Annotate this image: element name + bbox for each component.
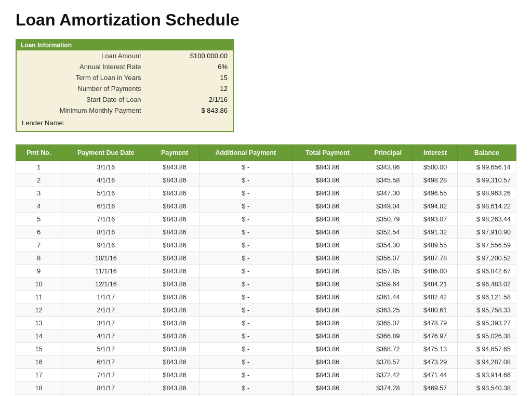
interest: $489.55: [413, 239, 458, 252]
pmt-no: 13: [16, 317, 62, 330]
info-label: Annual Interest Rate: [17, 61, 147, 72]
payment-amount: $843.86: [150, 330, 200, 343]
table-row: 133/1/17$843.86$ -$843.86$365.07$478.79$…: [16, 317, 516, 330]
column-header: Additional Payment: [199, 145, 292, 161]
total-payment: $843.86: [292, 226, 363, 239]
payment-amount: $843.86: [150, 252, 200, 265]
principal: $361.44: [363, 291, 413, 304]
payment-date: 4/1/17: [62, 330, 150, 343]
payment-date: 4/1/16: [62, 174, 150, 187]
total-payment: $843.86: [292, 252, 363, 265]
pmt-no: 4: [16, 200, 62, 213]
additional-payment: $ -: [199, 265, 292, 278]
amortization-table: Pmt No.Payment Due DatePaymentAdditional…: [16, 144, 516, 396]
payment-date: 3/1/16: [62, 161, 150, 174]
table-row: 911/1/16$843.86$ -$843.86$357.85$486.00$…: [16, 265, 516, 278]
pmt-no: 5: [16, 213, 62, 226]
principal: $356.07: [363, 252, 413, 265]
principal: $359.64: [363, 278, 413, 291]
payment-date: 9/1/16: [62, 239, 150, 252]
balance: $ 95,393.27: [458, 317, 516, 330]
additional-payment: $ -: [199, 382, 292, 395]
interest: $469.57: [413, 382, 458, 395]
info-row: Loan Amount$100,000.00: [17, 50, 233, 61]
pmt-no: 16: [16, 356, 62, 369]
payment-date: 12/1/16: [62, 278, 150, 291]
payment-amount: $843.86: [150, 343, 200, 356]
info-row: Number of Payments12: [17, 83, 233, 94]
total-payment: $843.86: [292, 174, 363, 187]
interest: $496.55: [413, 187, 458, 200]
pmt-no: 12: [16, 304, 62, 317]
additional-payment: $ -: [199, 161, 292, 174]
pmt-no: 8: [16, 252, 62, 265]
info-row: Start Date of Loan2/1/16: [17, 94, 233, 105]
additional-payment: $ -: [199, 304, 292, 317]
balance: $ 99,310.57: [458, 174, 516, 187]
pmt-no: 10: [16, 278, 62, 291]
payment-date: 2/1/17: [62, 304, 150, 317]
payment-date: 1/1/17: [62, 291, 150, 304]
total-payment: $843.86: [292, 330, 363, 343]
payment-date: 5/1/16: [62, 187, 150, 200]
info-label: Start Date of Loan: [17, 94, 147, 105]
principal: $352.54: [363, 226, 413, 239]
principal: $366.89: [363, 330, 413, 343]
payment-amount: $843.86: [150, 200, 200, 213]
total-payment: $843.86: [292, 356, 363, 369]
balance: $ 95,026.38: [458, 330, 516, 343]
additional-payment: $ -: [199, 174, 292, 187]
column-header: Pmt No.: [16, 145, 62, 161]
balance: $ 94,657.65: [458, 343, 516, 356]
interest: $486.00: [413, 265, 458, 278]
info-value: 6%: [147, 61, 233, 72]
payment-date: 8/1/17: [62, 382, 150, 395]
principal: $370.57: [363, 356, 413, 369]
info-value: 12: [147, 83, 233, 94]
principal: $372.42: [363, 369, 413, 382]
additional-payment: $ -: [199, 291, 292, 304]
total-payment: $843.86: [292, 343, 363, 356]
loan-info-box: Loan Information Loan Amount$100,000.00A…: [16, 39, 234, 132]
table-row: 188/1/17$843.86$ -$843.86$374.28$469.57$…: [16, 382, 516, 395]
principal: $374.28: [363, 382, 413, 395]
info-row: Term of Loan in Years15: [17, 72, 233, 83]
balance: $ 96,842.67: [458, 265, 516, 278]
interest: $482.42: [413, 291, 458, 304]
principal: $349.04: [363, 200, 413, 213]
additional-payment: $ -: [199, 187, 292, 200]
pmt-no: 3: [16, 187, 62, 200]
total-payment: $843.86: [292, 278, 363, 291]
principal: $368.72: [363, 343, 413, 356]
total-payment: $843.86: [292, 265, 363, 278]
table-row: 24/1/16$843.86$ -$843.86$345.58$498.28$ …: [16, 174, 516, 187]
balance: $ 97,200.52: [458, 252, 516, 265]
interest: $484.21: [413, 278, 458, 291]
payment-amount: $843.86: [150, 304, 200, 317]
balance: $ 99,656.14: [458, 161, 516, 174]
payment-date: 3/1/17: [62, 317, 150, 330]
total-payment: $843.86: [292, 239, 363, 252]
info-value: 15: [147, 72, 233, 83]
info-label: Number of Payments: [17, 83, 147, 94]
balance: $ 93,540.38: [458, 382, 516, 395]
lender-name-row: Lender Name:: [17, 116, 233, 131]
info-box-header: Loan Information: [17, 40, 233, 50]
principal: $354.30: [363, 239, 413, 252]
payment-amount: $843.86: [150, 291, 200, 304]
payment-amount: $843.86: [150, 213, 200, 226]
payment-amount: $843.86: [150, 226, 200, 239]
principal: $365.07: [363, 317, 413, 330]
table-row: 144/1/17$843.86$ -$843.86$366.89$476.97$…: [16, 330, 516, 343]
payment-amount: $843.86: [150, 369, 200, 382]
pmt-no: 14: [16, 330, 62, 343]
principal: $347.30: [363, 187, 413, 200]
pmt-no: 15: [16, 343, 62, 356]
payment-date: 10/1/16: [62, 252, 150, 265]
table-row: 122/1/17$843.86$ -$843.86$363.25$480.61$…: [16, 304, 516, 317]
table-row: 155/1/17$843.86$ -$843.86$368.72$475.13$…: [16, 343, 516, 356]
page-title: Loan Amortization Schedule: [16, 10, 516, 30]
total-payment: $843.86: [292, 161, 363, 174]
info-row: Annual Interest Rate6%: [17, 61, 233, 72]
interest: $480.61: [413, 304, 458, 317]
